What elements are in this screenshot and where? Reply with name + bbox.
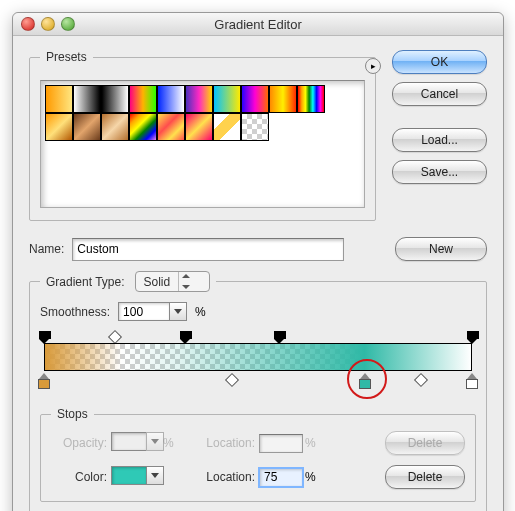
color-stop[interactable] (38, 373, 50, 389)
opacity-stop[interactable] (39, 331, 49, 341)
preset-swatch[interactable] (157, 85, 185, 113)
dropdown-icon[interactable] (146, 466, 164, 485)
opacity-location-label: Location: (199, 436, 259, 450)
preset-swatch[interactable] (101, 85, 129, 113)
color-location-unit: % (305, 470, 317, 484)
preset-swatch[interactable] (213, 85, 241, 113)
presets-box (40, 80, 365, 208)
window-title: Gradient Editor (13, 17, 503, 32)
preset-swatch[interactable] (129, 113, 157, 141)
smoothness-unit: % (195, 305, 206, 319)
opacity-unit: % (163, 436, 175, 450)
opacity-stop[interactable] (274, 331, 284, 341)
preset-swatch[interactable] (241, 113, 269, 141)
gradient-type-legend: Gradient Type: Solid (40, 271, 216, 292)
preset-swatch[interactable] (101, 113, 129, 141)
gradient-bar[interactable] (44, 343, 472, 371)
stops-legend: Stops (51, 407, 94, 421)
smoothness-input[interactable] (118, 302, 169, 321)
opacity-location-unit: % (305, 436, 317, 450)
gradient-type-group: Gradient Type: Solid Smoothness: % (29, 271, 487, 511)
color-location-label: Location: (199, 470, 259, 484)
preset-swatch[interactable] (185, 85, 213, 113)
smoothness-field[interactable] (118, 302, 187, 321)
opacity-label: Opacity: (51, 436, 111, 450)
preset-swatch[interactable] (297, 85, 325, 113)
preset-swatch[interactable] (45, 113, 73, 141)
gradient-editor-window: Gradient Editor Presets ▸ OK Cancel Load… (12, 12, 504, 511)
preset-swatch[interactable] (185, 113, 213, 141)
presets-group: Presets ▸ (29, 50, 376, 221)
color-midpoint[interactable] (225, 373, 239, 387)
dropdown-icon[interactable] (169, 302, 187, 321)
gradient-type-value: Solid (136, 275, 179, 289)
load-button[interactable]: Load... (392, 128, 487, 152)
color-label: Color: (51, 470, 111, 484)
stops-group: Stops Opacity: % Location: % Delete (40, 407, 476, 502)
new-button[interactable]: New (395, 237, 487, 261)
titlebar: Gradient Editor (13, 13, 503, 36)
opacity-delete-button: Delete (385, 431, 465, 455)
preset-swatch[interactable] (241, 85, 269, 113)
opacity-stop[interactable] (467, 331, 477, 341)
color-stop[interactable] (466, 373, 478, 389)
save-button[interactable]: Save... (392, 160, 487, 184)
cancel-button[interactable]: Cancel (392, 82, 487, 106)
presets-flyout-icon[interactable]: ▸ (365, 58, 381, 74)
ok-button[interactable]: OK (392, 50, 487, 74)
smoothness-label: Smoothness: (40, 305, 110, 319)
updown-icon (178, 272, 209, 291)
preset-swatch[interactable] (213, 113, 241, 141)
preset-swatch[interactable] (73, 85, 101, 113)
opacity-stop[interactable] (180, 331, 190, 341)
gradient-type-select[interactable]: Solid (135, 271, 211, 292)
opacity-midpoint[interactable] (108, 330, 122, 344)
presets-legend: Presets (40, 50, 93, 64)
preset-swatch[interactable] (129, 85, 157, 113)
opacity-field (111, 432, 164, 451)
color-swatch-field[interactable] (111, 466, 164, 485)
color-stop[interactable] (359, 373, 371, 389)
gradient-editor-track (40, 331, 476, 389)
color-delete-button[interactable]: Delete (385, 465, 465, 489)
color-midpoint[interactable] (414, 373, 428, 387)
preset-swatch[interactable] (157, 113, 185, 141)
preset-swatch[interactable] (73, 113, 101, 141)
name-field[interactable] (72, 238, 344, 261)
opacity-location-field (259, 434, 303, 453)
name-label: Name: (29, 242, 64, 256)
preset-swatch[interactable] (269, 85, 297, 113)
color-location-field[interactable] (259, 468, 303, 487)
preset-swatch[interactable] (45, 85, 73, 113)
